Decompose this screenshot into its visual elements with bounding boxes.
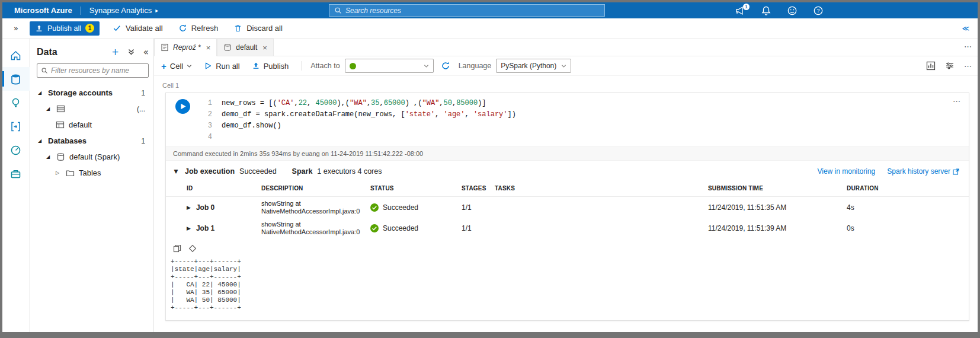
play-icon [180, 103, 187, 110]
tree-item-storage-account[interactable]: ◢ (... [37, 101, 149, 117]
cell-more-icon[interactable]: ⋯ [953, 97, 960, 106]
collapse-panel-icon[interactable]: « [143, 48, 149, 57]
filter-box[interactable] [37, 63, 149, 78]
tab-label: Reproź * [173, 43, 201, 52]
expanded-caret-icon[interactable]: ◢ [46, 154, 52, 160]
collapse-properties-icon[interactable]: ≪ [962, 24, 978, 33]
notebook-more-icon[interactable]: ⋯ [964, 62, 972, 71]
job-expand[interactable]: ▶ Job 1 [187, 224, 261, 232]
content-area: Reproź * × default × ⋯ + Cell [154, 39, 978, 332]
collapse-all-icon[interactable] [127, 47, 135, 57]
sidebar-home-icon[interactable] [2, 43, 30, 67]
global-search[interactable] [329, 4, 605, 17]
tab-overflow-more-icon[interactable]: ⋯ [964, 42, 972, 51]
sidebar-manage-icon[interactable] [2, 162, 30, 186]
sidebar-data-icon[interactable] [2, 67, 30, 91]
tab-default[interactable]: default × [217, 39, 274, 56]
expanded-caret-icon[interactable]: ◢ [46, 106, 52, 111]
tab-notebook[interactable]: Reproź * × [154, 39, 217, 56]
job-duration: 0s [847, 224, 969, 232]
spark-label: Spark [292, 167, 313, 176]
job-description: showString at NativeMethodAccessorImpl.j… [261, 221, 370, 236]
announcements-icon[interactable]: 1 [735, 5, 745, 16]
app-window: Microsoft Azure Synapse Analytics ▸ 1 ? [0, 0, 980, 338]
language-label: Language [459, 62, 492, 70]
sidebar-monitor-icon[interactable] [2, 138, 30, 162]
tab-bar: Reproź * × default × ⋯ [154, 39, 978, 56]
breadcrumb[interactable]: Synapse Analytics ▸ [89, 6, 159, 15]
code-lines[interactable]: new_rows = [('CA',22, 45000),("WA",35,65… [212, 98, 516, 143]
chart-icon[interactable] [926, 61, 936, 71]
collapsed-caret-icon[interactable]: ▷ [56, 170, 62, 176]
add-cell-button[interactable]: + Cell [161, 61, 192, 71]
validate-all-button[interactable]: Validate all [113, 24, 163, 33]
spark-history-server-link[interactable]: Spark history server [887, 167, 959, 176]
view-in-monitoring-link[interactable]: View in monitoring [817, 167, 875, 176]
clear-output-icon[interactable] [188, 244, 197, 253]
success-check-icon [370, 224, 379, 232]
language-select[interactable]: PySpark (Python) [496, 59, 571, 73]
tab-label: default [236, 43, 257, 52]
close-tab-icon[interactable]: × [206, 43, 211, 52]
job-status: Succeeded [370, 203, 462, 212]
refresh-pools-icon[interactable] [441, 61, 450, 71]
close-tab-icon[interactable]: × [262, 43, 267, 52]
run-all-button[interactable]: Run all [204, 62, 239, 71]
job-status-text: Succeeded [383, 224, 418, 232]
external-link-icon [953, 168, 959, 175]
expand-sidebar-icon[interactable]: » [2, 24, 30, 33]
panel-title: Data [37, 47, 57, 58]
discard-all-label: Discard all [246, 24, 283, 33]
run-cell-button[interactable] [175, 99, 190, 114]
collapse-section-icon[interactable]: ▼ [172, 168, 180, 174]
refresh-button[interactable]: Refresh [178, 24, 219, 33]
code-editor[interactable]: 1 2 3 4 new_rows = [('CA',22, 45000),("W… [166, 93, 969, 146]
attach-to-select[interactable] [345, 59, 434, 73]
copy-output-icon[interactable] [173, 244, 181, 253]
job-stages: 1/1 [462, 203, 495, 212]
tree-item-default-spark[interactable]: ◢ default (Spark) [37, 149, 149, 165]
expanded-caret-icon[interactable]: ◢ [38, 138, 44, 144]
discard-all-button[interactable]: Discard all [233, 24, 283, 33]
job-panel: ▼ Job execution Succeeded Spark 1 execut… [166, 161, 969, 238]
search-icon [334, 7, 342, 14]
publish-all-label: Publish all [47, 24, 81, 33]
job-execution-title: Job execution [185, 167, 235, 176]
sidebar-develop-icon[interactable] [2, 91, 30, 114]
tree-item-tables[interactable]: ▷ Tables [37, 165, 149, 181]
sidebar-integrate-icon[interactable] [2, 114, 30, 138]
announcements-badge: 1 [743, 4, 750, 10]
expanded-caret-icon[interactable]: ◢ [38, 90, 44, 95]
job-submission-time: 11/24/2019, 11:51:39 AM [708, 224, 847, 232]
publish-notebook-button[interactable]: Publish [252, 62, 289, 71]
container-icon [56, 120, 65, 129]
search-input[interactable] [345, 7, 600, 15]
feedback-smiley-icon[interactable] [787, 5, 798, 16]
expand-row-icon[interactable]: ▶ [187, 205, 191, 211]
tree-item-storage-default[interactable]: default [37, 117, 149, 133]
tree-item-databases[interactable]: ◢ Databases 1 [37, 133, 149, 149]
folder-icon [66, 168, 75, 177]
azure-brand[interactable]: Microsoft Azure [2, 6, 81, 15]
job-description: showString at NativeMethodAccessorImpl.j… [261, 200, 370, 215]
trash-icon [233, 24, 242, 33]
job-expand[interactable]: ▶ Job 0 [187, 203, 261, 212]
breadcrumb-chevron-icon[interactable]: ▸ [155, 7, 158, 14]
data-panel: Data + « ◢ Storage accounts 1 [30, 39, 154, 332]
publish-count-badge: 1 [85, 24, 94, 33]
refresh-label: Refresh [191, 24, 219, 33]
tree-item-storage-accounts[interactable]: ◢ Storage accounts 1 [37, 85, 149, 101]
add-resource-icon[interactable]: + [111, 48, 119, 57]
filter-input[interactable] [51, 66, 145, 75]
publish-all-button[interactable]: Publish all 1 [30, 21, 100, 36]
publish-icon [252, 62, 260, 70]
session-config-icon[interactable] [945, 61, 955, 71]
expand-row-icon[interactable]: ▶ [187, 225, 191, 231]
job-id: Job 1 [196, 224, 214, 232]
notifications-bell-icon[interactable] [761, 5, 771, 16]
col-submission-time: SUBMISSION TIME [708, 185, 847, 192]
job-row: ▶ Job 1 showString at NativeMethodAccess… [166, 218, 969, 238]
help-icon[interactable]: ? [813, 5, 824, 16]
job-execution-status: Succeeded [239, 167, 277, 176]
topbar-divider [81, 7, 81, 15]
